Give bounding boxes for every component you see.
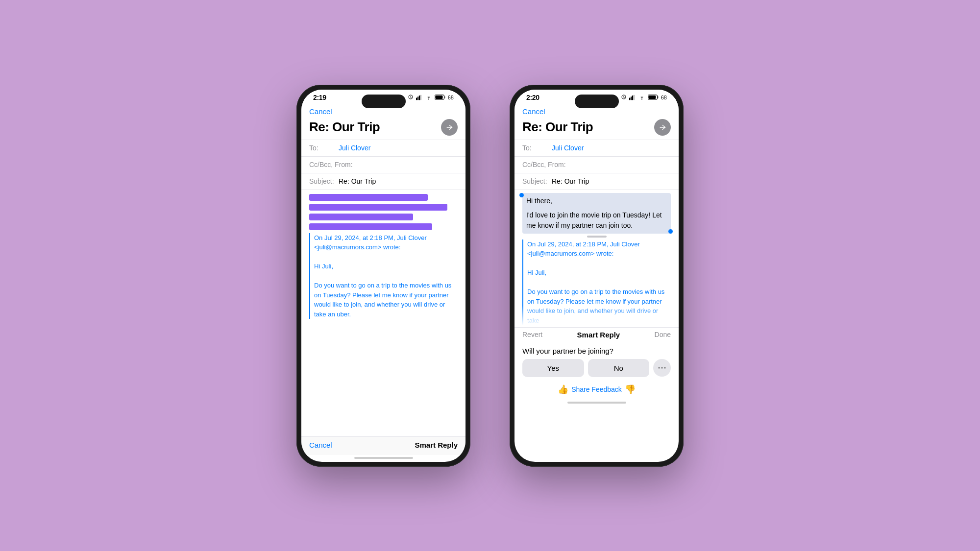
dynamic-island-left — [362, 95, 406, 108]
send-button-left[interactable] — [441, 119, 458, 136]
wifi-icon-right — [638, 95, 645, 100]
svg-rect-3 — [420, 95, 421, 100]
subject-field-left: Subject: Re: Our Trip — [301, 173, 466, 190]
svg-point-17 — [662, 367, 663, 369]
to-value-right[interactable]: Juli Clover — [552, 144, 584, 152]
svg-rect-10 — [632, 95, 633, 99]
status-icons-left: 68 — [408, 95, 454, 100]
redacted-line-4 — [309, 223, 432, 230]
phone-left-screen: 2:19 — [301, 90, 466, 462]
redacted-line-3 — [309, 214, 413, 220]
svg-point-18 — [664, 367, 666, 369]
battery-pct-right: 68 — [661, 95, 667, 100]
status-bar-left: 2:19 — [301, 90, 466, 103]
cc-field-left: Cc/Bcc, From: — [301, 157, 466, 173]
svg-rect-2 — [419, 95, 420, 99]
time-right: 2:20 — [526, 94, 539, 101]
compose-header-right: Cancel Re: Our Trip — [514, 103, 679, 140]
cc-label-right: Cc/Bcc, From: — [522, 161, 566, 168]
smart-reply-label: Smart Reply — [577, 331, 620, 339]
selected-text-block: Hi there, I'd love to join the movie tri… — [522, 193, 671, 234]
redacted-line-2 — [309, 204, 447, 211]
svg-rect-9 — [631, 96, 632, 100]
compose-body-right[interactable]: Hi there, I'd love to join the movie tri… — [514, 190, 679, 327]
selection-handle-top — [519, 193, 524, 197]
battery-icon — [435, 95, 445, 100]
subject-label-right: Subject: — [522, 177, 552, 185]
svg-rect-7 — [435, 96, 442, 99]
reply-greeting: Hi there, — [526, 196, 667, 206]
signal-icon — [416, 95, 423, 100]
to-label-left: To: — [309, 144, 339, 152]
question-options: Yes No — [522, 359, 671, 377]
cc-label-left: Cc/Bcc, From: — [309, 161, 353, 168]
cancel-top-right[interactable]: Cancel — [522, 107, 545, 116]
send-button-right[interactable] — [654, 119, 671, 136]
alarm-icon-right — [621, 95, 627, 100]
ellipsis-icon — [658, 367, 666, 369]
option-yes[interactable]: Yes — [522, 359, 584, 377]
to-label-right: To: — [522, 144, 552, 152]
home-indicator-left — [354, 457, 413, 459]
svg-rect-8 — [629, 97, 630, 100]
svg-rect-1 — [417, 96, 418, 100]
svg-rect-14 — [658, 96, 659, 98]
quoted-container-right: On Jul 29, 2024, at 2:18 PM, Juli Clover… — [522, 236, 671, 326]
selection-handle-bottom — [668, 229, 673, 234]
feedback-row: 👍 Share Feedback 👎 — [514, 381, 679, 400]
option-no[interactable]: No — [588, 359, 650, 377]
option-more[interactable] — [653, 359, 671, 377]
toolbar-smart-reply-left[interactable]: Smart Reply — [415, 441, 458, 449]
redacted-line-1 — [309, 194, 428, 201]
svg-rect-11 — [634, 95, 635, 100]
quoted-greeting-right: Hi Juli, — [527, 268, 671, 278]
smart-reply-question: Will your partner be joining? Yes No — [514, 342, 679, 381]
compose-title-right: Re: Our Trip — [522, 120, 593, 135]
to-field-left: To: Juli Clover — [301, 140, 466, 157]
quoted-text-right: On Jul 29, 2024, at 2:18 PM, Juli Clover… — [522, 240, 671, 326]
thumbs-up-icon[interactable]: 👍 — [558, 384, 568, 395]
subject-label-left: Subject: — [309, 177, 339, 185]
phone-left: 2:19 — [296, 85, 470, 467]
to-value-left[interactable]: Juli Clover — [339, 144, 370, 152]
done-button[interactable]: Done — [655, 331, 671, 338]
subject-field-right: Subject: Re: Our Trip — [514, 173, 679, 190]
subject-value-right: Re: Our Trip — [552, 177, 589, 185]
status-icons-right: 68 — [621, 95, 667, 100]
alarm-icon — [408, 95, 414, 100]
text-selection-area[interactable]: Hi there, I'd love to join the movie tri… — [522, 193, 671, 234]
to-field-right: To: Juli Clover — [514, 140, 679, 157]
compose-body-left[interactable]: On Jul 29, 2024, at 2:18 PM, Juli Clover… — [301, 190, 466, 436]
svg-point-16 — [659, 367, 660, 369]
bottom-toolbar-left: Cancel Smart Reply — [301, 436, 466, 455]
revert-button[interactable]: Revert — [522, 331, 542, 338]
reply-body: I'd love to join the movie trip on Tuesd… — [526, 210, 667, 231]
quoted-body-right: Do you want to go on a trip to the movie… — [527, 287, 671, 325]
status-bar-right: 2:20 — [514, 90, 679, 103]
quoted-greeting-left: Hi Juli, — [314, 262, 458, 271]
scroll-handle-right — [587, 236, 607, 238]
compose-header-left: Cancel Re: Our Trip — [301, 103, 466, 140]
cc-field-right: Cc/Bcc, From: — [514, 157, 679, 173]
wifi-icon — [425, 95, 432, 100]
quoted-header-right: On Jul 29, 2024, at 2:18 PM, Juli Clover… — [527, 240, 671, 259]
share-feedback-text[interactable]: Share Feedback — [571, 385, 622, 393]
svg-rect-0 — [416, 97, 417, 100]
svg-point-12 — [641, 99, 642, 100]
svg-point-4 — [428, 99, 429, 100]
toolbar-cancel-left[interactable]: Cancel — [309, 441, 332, 449]
battery-pct-left: 68 — [448, 95, 454, 100]
thumbs-down-icon[interactable]: 👎 — [625, 384, 636, 395]
smart-reply-toolbar: Revert Smart Reply Done — [514, 327, 679, 342]
phone-right-screen: 2:20 — [514, 90, 679, 462]
signal-icon-right — [629, 95, 636, 100]
phone-right: 2:20 — [510, 85, 684, 467]
compose-title-left: Re: Our Trip — [309, 120, 380, 135]
cancel-top-left[interactable]: Cancel — [309, 107, 332, 116]
svg-rect-6 — [444, 96, 445, 98]
question-text: Will your partner be joining? — [522, 347, 671, 355]
redacted-block — [309, 194, 458, 230]
home-indicator-right — [567, 402, 626, 404]
time-left: 2:19 — [313, 94, 326, 101]
battery-icon-right — [648, 95, 659, 100]
